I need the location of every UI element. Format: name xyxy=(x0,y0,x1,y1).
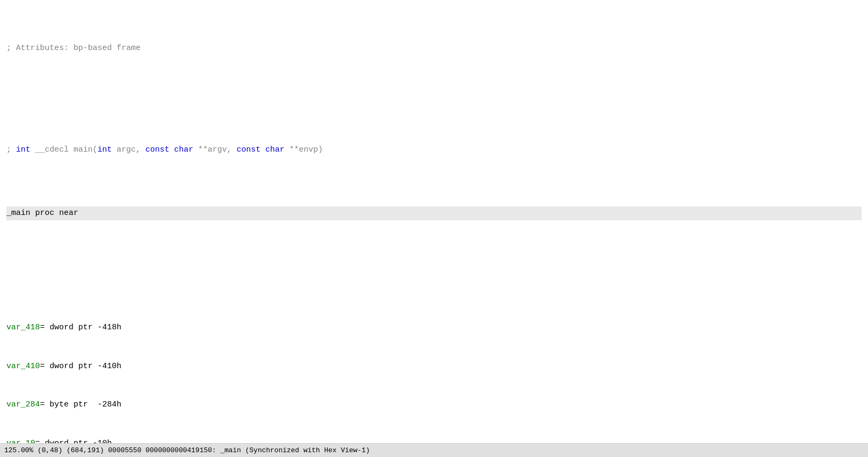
status-text: 125.00% (0,48) (684,191) 00005550 000000… xyxy=(4,446,370,454)
line-main-proc: _main proc near xyxy=(6,206,862,220)
code-view: ; Attributes: bp-based frame ; int __cde… xyxy=(0,0,868,443)
line-var418: var_418= dword ptr -418h xyxy=(6,321,862,335)
line-attributes-comment: ; Attributes: bp-based frame xyxy=(6,41,862,55)
line-empty-2 xyxy=(6,257,862,271)
status-bar: 125.00% (0,48) (684,191) 00005550 000000… xyxy=(0,443,868,457)
line-empty-1 xyxy=(6,80,862,94)
assembly-code: ; Attributes: bp-based frame ; int __cde… xyxy=(6,4,862,443)
line-function-signature: ; int __cdecl main(int argc, const char … xyxy=(6,143,862,157)
line-var10: var_10= dword ptr -10h xyxy=(6,437,862,444)
line-var410: var_410= dword ptr -410h xyxy=(6,360,862,373)
line-var284: var_284= byte ptr -284h xyxy=(6,398,862,412)
